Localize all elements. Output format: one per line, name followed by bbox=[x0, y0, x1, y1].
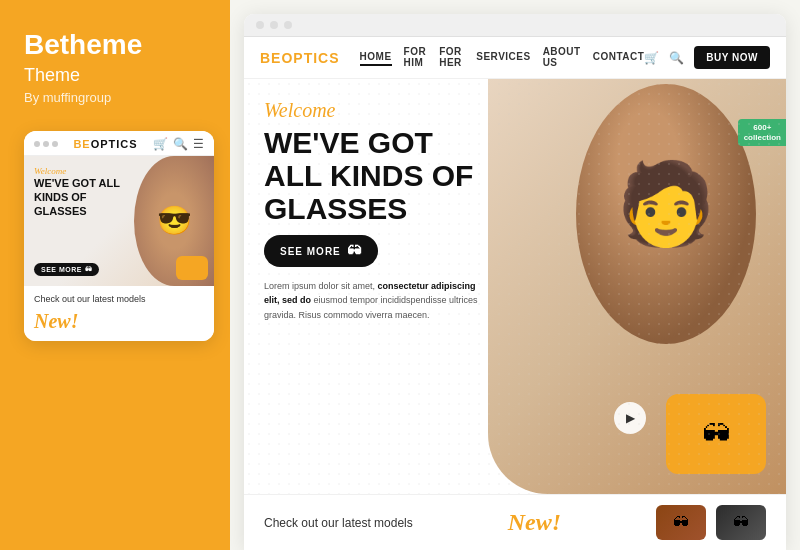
product-thumbnail-2[interactable]: 🕶 bbox=[716, 505, 766, 540]
nav-contact[interactable]: CONTACT bbox=[593, 51, 645, 64]
mobile-welcome-text: Welcome bbox=[34, 166, 66, 176]
nav-services[interactable]: SERVICES bbox=[476, 51, 530, 64]
cta-label: SEE MORE bbox=[280, 246, 341, 257]
title-dot-3 bbox=[284, 21, 292, 29]
mobile-dot-2 bbox=[43, 141, 49, 147]
logo-optics: OPTICS bbox=[281, 50, 339, 66]
yellow-card: 🕶 bbox=[666, 394, 766, 474]
search-icon: 🔍 bbox=[173, 137, 188, 151]
bottom-new-text: New! bbox=[508, 509, 561, 536]
mobile-preview: BEOPTICS 🛒 🔍 ☰ Welcome WE'VE GOT ALL KIN… bbox=[24, 131, 214, 341]
glasses-icon: 🕶 bbox=[85, 266, 93, 273]
hero-right: 🧑 600+ collection ▶ 🕶 bbox=[488, 79, 786, 494]
cart-icon[interactable]: 🛒 bbox=[644, 51, 659, 65]
nav-for-her[interactable]: FOR HER bbox=[439, 46, 464, 70]
product-1-icon: 🕶 bbox=[673, 514, 689, 532]
headline-line2: ALL KINDS OF bbox=[264, 159, 506, 192]
hero-cta-button[interactable]: SEE MORE 🕶 bbox=[264, 235, 378, 267]
mobile-logo: BEOPTICS bbox=[73, 138, 137, 150]
badge-number: 600+ bbox=[744, 123, 781, 133]
mobile-cta-button[interactable]: SEE MORE 🕶 bbox=[34, 263, 99, 276]
mobile-small-image bbox=[176, 256, 208, 280]
mobile-dots bbox=[34, 141, 58, 147]
brand-title: Betheme bbox=[24, 30, 142, 61]
mobile-new-text: New! bbox=[34, 310, 204, 333]
left-panel: Betheme Theme By muffingroup BEOPTICS 🛒 … bbox=[0, 0, 230, 550]
mobile-logo-optics: OPTICS bbox=[91, 138, 138, 150]
bottom-check-text: Check out our latest models bbox=[264, 516, 413, 530]
desktop-navbar: BEOPTICS HOME FOR HIM FOR HER SERVICES A… bbox=[244, 37, 786, 79]
nav-home[interactable]: HOME bbox=[360, 51, 392, 64]
yellow-card-image: 🕶 bbox=[702, 418, 730, 451]
desktop-hero: Welcome WE'VE GOT ALL KINDS OF GLASSES S… bbox=[244, 79, 786, 494]
product-2-icon: 🕶 bbox=[733, 514, 749, 532]
bottom-products: 🕶 🕶 bbox=[656, 505, 766, 540]
nav-about-us[interactable]: ABOUT US bbox=[543, 46, 581, 70]
hero-person: 🧑 bbox=[566, 79, 766, 359]
title-dot-2 bbox=[270, 21, 278, 29]
menu-icon: ☰ bbox=[193, 137, 204, 151]
desktop-preview: BEOPTICS HOME FOR HIM FOR HER SERVICES A… bbox=[244, 14, 786, 550]
hero-description: Lorem ipsum dolor sit amet, consectetur … bbox=[264, 279, 484, 322]
mobile-hero: Welcome WE'VE GOT ALL KINDS OF GLASSES 😎… bbox=[24, 156, 214, 286]
title-dot-1 bbox=[256, 21, 264, 29]
glasses-icon: 🕶 bbox=[347, 243, 362, 259]
mobile-dot-1 bbox=[34, 141, 40, 147]
mobile-icons: 🛒 🔍 ☰ bbox=[153, 137, 204, 151]
nav-items: HOME FOR HIM FOR HER SERVICES ABOUT US C… bbox=[360, 46, 645, 70]
play-button[interactable]: ▶ bbox=[614, 402, 646, 434]
mobile-dot-3 bbox=[52, 141, 58, 147]
product-thumbnail-1[interactable]: 🕶 bbox=[656, 505, 706, 540]
logo-be: BE bbox=[260, 50, 281, 66]
person-emoji: 🧑 bbox=[616, 157, 716, 251]
hero-welcome: Welcome bbox=[264, 99, 506, 122]
brand-subtitle: Theme bbox=[24, 65, 80, 86]
hero-left: Welcome WE'VE GOT ALL KINDS OF GLASSES S… bbox=[244, 79, 526, 494]
mobile-headline: WE'VE GOT ALL KINDS OF GLASSES bbox=[34, 176, 124, 219]
hero-headline: WE'VE GOT ALL KINDS OF GLASSES bbox=[264, 126, 506, 225]
headline-line3: GLASSES bbox=[264, 192, 506, 225]
badge-sub: collection bbox=[744, 133, 781, 143]
person-circle: 🧑 bbox=[576, 84, 756, 344]
nav-right: 🛒 🔍 BUY NOW bbox=[644, 46, 770, 69]
right-panel: BEOPTICS HOME FOR HIM FOR HER SERVICES A… bbox=[230, 0, 800, 550]
cart-icon: 🛒 bbox=[153, 137, 168, 151]
mobile-logo-be: BE bbox=[73, 138, 90, 150]
mobile-top-bar: BEOPTICS 🛒 🔍 ☰ bbox=[24, 131, 214, 156]
mobile-check-text: Check out our latest models bbox=[34, 294, 204, 304]
desktop-logo: BEOPTICS bbox=[260, 50, 340, 66]
headline-line1: WE'VE GOT bbox=[264, 126, 506, 159]
desktop-titlebar bbox=[244, 14, 786, 37]
badge-600: 600+ collection bbox=[738, 119, 786, 146]
search-icon[interactable]: 🔍 bbox=[669, 51, 684, 65]
mobile-bottom: Check out our latest models New! bbox=[24, 286, 214, 341]
brand-by: By muffingroup bbox=[24, 90, 111, 105]
nav-for-him[interactable]: FOR HIM bbox=[404, 46, 428, 70]
buy-now-button[interactable]: BUY NOW bbox=[694, 46, 770, 69]
desktop-bottom: Check out our latest models New! 🕶 🕶 bbox=[244, 494, 786, 550]
